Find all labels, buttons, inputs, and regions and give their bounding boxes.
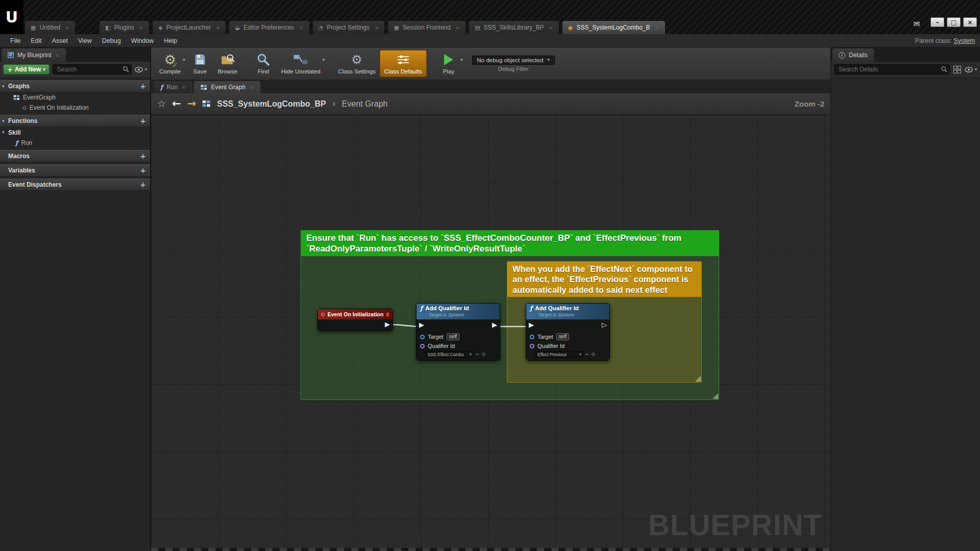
nav-forward-icon[interactable]: → — [187, 98, 197, 109]
tab-icon: ▦ — [31, 25, 36, 31]
bookmark-star-icon[interactable]: ☆ — [157, 99, 166, 109]
add-macro-button[interactable]: + — [140, 153, 146, 160]
tab-close-icon[interactable]: × — [139, 25, 143, 31]
save-button[interactable]: Save — [186, 51, 214, 77]
target-pin[interactable] — [530, 335, 534, 339]
window-tab-systemlogcombo[interactable]: ◉ SSS_SystemLogCombo_B × — [562, 20, 666, 34]
macros-section-header[interactable]: Macros + — [0, 150, 150, 162]
close-button[interactable]: × — [963, 17, 977, 27]
qualifier-id-select[interactable]: Effect Previous ▾ — [535, 351, 583, 358]
exec-out-pin[interactable]: ▶ — [492, 321, 497, 328]
play-options-caret-icon[interactable]: ▾ — [460, 58, 463, 62]
feedback-icon[interactable]: ✉ — [913, 20, 920, 28]
property-matrix-icon[interactable] — [953, 66, 961, 73]
blueprint-search-input[interactable] — [53, 64, 132, 74]
node-header[interactable]: ƒ Add Qualifier Id Target is System — [416, 304, 500, 319]
event-dispatchers-section-header[interactable]: Event Dispatchers + — [0, 179, 150, 191]
window-tab-untitled[interactable]: ▦ Untitled × — [24, 20, 76, 34]
menu-window[interactable]: Window — [126, 37, 159, 44]
tab-close-icon[interactable]: × — [299, 25, 303, 31]
doc-tab-event-graph[interactable]: Event Graph × — [194, 81, 260, 93]
menu-file[interactable]: File — [5, 37, 26, 44]
tab-close-icon[interactable]: × — [549, 25, 553, 31]
tree-item-run[interactable]: ƒ Run — [0, 138, 150, 148]
target-pin[interactable] — [420, 335, 425, 339]
minimize-button[interactable]: – — [930, 17, 944, 27]
doc-tab-run[interactable]: ƒ Run × — [154, 81, 192, 93]
nav-back-icon[interactable]: ← — [172, 98, 181, 109]
exec-out-pin[interactable]: ▶ — [385, 321, 390, 328]
functions-section-header[interactable]: ▾ Functions + — [0, 115, 150, 127]
find-button[interactable]: Find — [250, 51, 277, 77]
compile-options-caret-icon[interactable]: ▾ — [183, 58, 185, 62]
add-new-button[interactable]: + Add New ▾ — [3, 64, 50, 74]
window-tab-editor-preferences[interactable]: ◒ Editor Preferences × — [229, 20, 309, 34]
variables-section-header[interactable]: Variables + — [0, 164, 150, 177]
breadcrumb-current[interactable]: Event Graph — [342, 99, 388, 109]
qualifier-id-pin[interactable] — [530, 344, 534, 348]
tree-item-event-on-initialization[interactable]: ◇ Event On Initialization — [0, 103, 150, 113]
window-tab-projectlauncher[interactable]: ◈ ProjectLauncher × — [152, 20, 226, 34]
play-button[interactable]: Play — [435, 51, 462, 77]
details-tab[interactable]: i Details — [832, 48, 874, 62]
skill-category-header[interactable]: ▾ Skill — [0, 127, 150, 138]
menu-asset[interactable]: Asset — [47, 37, 73, 44]
class-defaults-button[interactable]: Class Defaults — [380, 50, 427, 77]
window-tab-project-settings[interactable]: ◔ Project Settings × — [312, 20, 385, 34]
node-header[interactable]: ◇ Event On Initialization — [318, 309, 393, 319]
tree-item-eventgraph[interactable]: EventGraph — [0, 92, 150, 103]
breadcrumb-root[interactable]: SSS_SystemLogCombo_BP — [217, 99, 326, 109]
add-qualifier-id-node-2[interactable]: ƒ Add Qualifier Id Target is System ▶ ▷ … — [526, 303, 610, 361]
menu-debug[interactable]: Debug — [97, 37, 126, 44]
tab-close-icon[interactable]: × — [215, 25, 220, 31]
add-qualifier-id-node-1[interactable]: ƒ Add Qualifier Id Target is System ▶ ▶ … — [416, 303, 500, 361]
add-graph-button[interactable]: + — [140, 83, 146, 90]
tab-close-icon[interactable]: × — [455, 25, 460, 31]
exec-out-pin[interactable]: ▷ — [602, 321, 607, 328]
qualifier-id-pin[interactable] — [420, 344, 425, 348]
debug-object-dropdown[interactable]: No debug object selected ▾ — [472, 56, 555, 65]
add-function-button[interactable]: + — [140, 117, 146, 124]
delegate-output-pin[interactable] — [386, 312, 389, 317]
window-tab-skillslibrary[interactable]: ▤ SSS_SkillsLibrary_BP × — [469, 20, 559, 34]
class-settings-button[interactable]: ⚙ Class Settings — [334, 51, 380, 77]
tab-close-icon[interactable]: × — [181, 85, 186, 90]
parent-class-link[interactable]: System — [953, 37, 975, 44]
exec-in-pin[interactable]: ▶ — [529, 321, 534, 328]
tab-close-icon[interactable]: × — [65, 25, 69, 31]
hide-unrelated-button[interactable]: Hide Unrelated — [277, 51, 325, 77]
maximize-button[interactable]: □ — [947, 17, 961, 27]
hide-unrelated-caret-icon[interactable]: ▾ — [323, 58, 325, 62]
reset-to-default-icon[interactable]: ← — [476, 352, 480, 357]
browse-asset-icon[interactable]: ◎ — [482, 352, 486, 357]
exec-in-pin[interactable]: ▶ — [419, 321, 424, 328]
event-on-initialization-node[interactable]: ◇ Event On Initialization ▶ — [317, 309, 393, 331]
reset-to-default-icon[interactable]: ← — [585, 352, 590, 357]
menu-edit[interactable]: Edit — [26, 37, 47, 44]
plus-icon: + — [7, 66, 13, 73]
expand-arrow-icon[interactable]: ▾ — [2, 84, 5, 89]
expand-arrow-icon[interactable]: ▾ — [2, 119, 5, 123]
menu-help[interactable]: Help — [159, 37, 182, 44]
window-tab-session-frontend[interactable]: ▣ Session Frontend × — [387, 20, 466, 34]
browse-button[interactable]: Browse — [214, 51, 241, 77]
tab-close-icon[interactable]: × — [374, 25, 379, 31]
add-event-dispatcher-button[interactable]: + — [140, 181, 146, 188]
my-blueprint-tab[interactable]: My Blueprint × — [2, 48, 66, 62]
expand-arrow-icon[interactable]: ▾ — [2, 130, 5, 135]
visibility-filter-button[interactable]: ▾ — [135, 67, 147, 72]
graphs-section-header[interactable]: ▾ Graphs + — [0, 80, 150, 92]
browse-asset-icon[interactable]: ◎ — [592, 352, 596, 357]
tab-close-icon[interactable]: × — [655, 25, 659, 31]
tab-close-icon[interactable]: × — [55, 53, 60, 58]
menu-view[interactable]: View — [73, 37, 97, 44]
qualifier-id-select[interactable]: SSS Effect Combo ▾ — [426, 351, 474, 358]
add-variable-button[interactable]: + — [140, 167, 146, 174]
details-search-input[interactable] — [834, 64, 950, 74]
details-view-options-button[interactable]: ▾ — [965, 67, 977, 72]
compile-button[interactable]: ⚙ ✓ Compile — [155, 51, 185, 77]
node-header[interactable]: ƒ Add Qualifier Id Target is System — [526, 304, 609, 319]
tab-close-icon[interactable]: × — [249, 85, 254, 90]
event-graph-canvas[interactable]: BLUEPRINT Ensure that `Run` has access t… — [151, 115, 830, 548]
window-tab-plugins[interactable]: ◧ Plugins × — [99, 20, 150, 34]
